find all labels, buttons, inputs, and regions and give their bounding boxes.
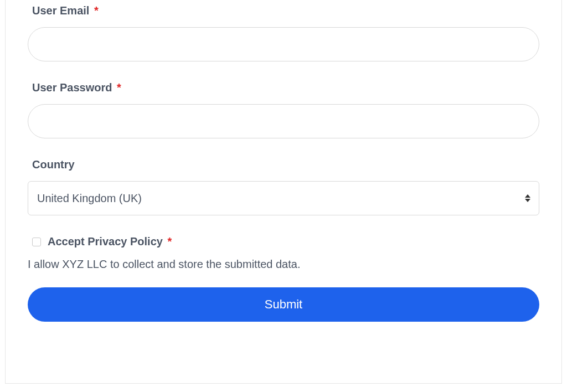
country-select-wrapper: United Kingdom (UK) bbox=[28, 181, 539, 215]
privacy-checkbox[interactable] bbox=[32, 238, 41, 246]
consent-text: I allow XYZ LLC to collect and store the… bbox=[28, 258, 539, 271]
required-asterisk: * bbox=[94, 4, 99, 17]
email-label-text: User Email bbox=[32, 4, 89, 17]
password-field[interactable] bbox=[28, 104, 539, 138]
country-group: Country United Kingdom (UK) bbox=[28, 158, 539, 215]
registration-form: User Email * User Password * Country Uni… bbox=[5, 0, 562, 384]
privacy-group: Accept Privacy Policy * I allow XYZ LLC … bbox=[28, 235, 539, 322]
email-field[interactable] bbox=[28, 27, 539, 61]
email-label: User Email * bbox=[28, 4, 539, 17]
privacy-label: Accept Privacy Policy * bbox=[48, 235, 172, 248]
required-asterisk: * bbox=[117, 81, 121, 94]
country-select[interactable]: United Kingdom (UK) bbox=[28, 181, 539, 215]
submit-button[interactable]: Submit bbox=[28, 287, 539, 322]
required-asterisk: * bbox=[167, 235, 172, 247]
privacy-label-text: Accept Privacy Policy bbox=[48, 235, 163, 247]
password-group: User Password * bbox=[28, 81, 539, 138]
password-label: User Password * bbox=[28, 81, 539, 94]
country-label: Country bbox=[28, 158, 539, 171]
password-label-text: User Password bbox=[32, 81, 112, 94]
privacy-checkbox-row: Accept Privacy Policy * bbox=[28, 235, 539, 248]
email-group: User Email * bbox=[28, 0, 539, 61]
